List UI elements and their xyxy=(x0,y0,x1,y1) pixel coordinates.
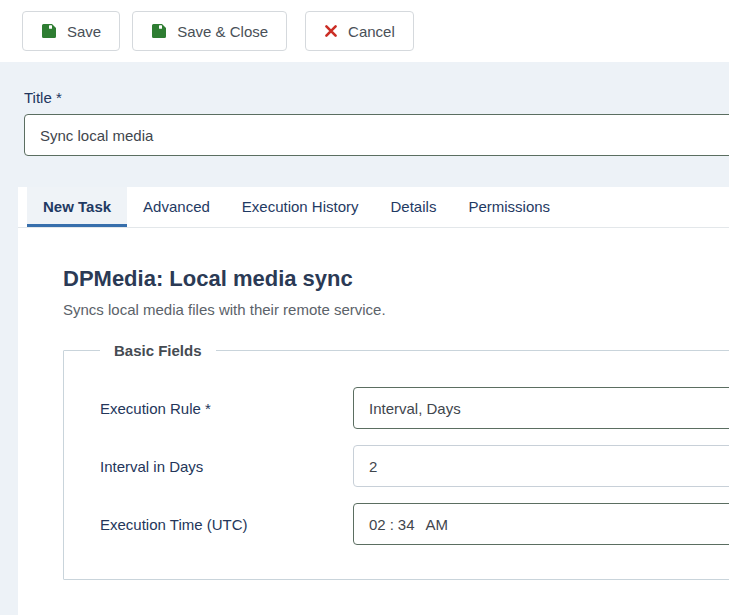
title-section: Title * xyxy=(0,62,729,187)
execution-time-row: Execution Time (UTC) 02 : 34 AM xyxy=(100,503,729,545)
task-description: Syncs local media files with their remot… xyxy=(63,301,729,318)
execution-rule-selected-value: Interval, Days xyxy=(369,400,461,417)
tab-execution-history[interactable]: Execution History xyxy=(226,187,375,227)
tab-advanced[interactable]: Advanced xyxy=(127,187,226,227)
save-button-label: Save xyxy=(67,23,101,40)
interval-days-input[interactable] xyxy=(353,445,729,487)
save-and-close-button[interactable]: Save & Close xyxy=(132,11,287,51)
save-and-close-button-label: Save & Close xyxy=(177,23,268,40)
tab-permissions[interactable]: Permissions xyxy=(452,187,566,227)
title-input[interactable] xyxy=(24,114,729,156)
basic-fields-legend: Basic Fields xyxy=(100,342,216,359)
interval-days-row: Interval in Days xyxy=(100,445,729,487)
floppy-disk-icon xyxy=(41,23,57,39)
execution-rule-row: Execution Rule * Interval, Days xyxy=(100,387,729,429)
cancel-button[interactable]: Cancel xyxy=(305,11,414,51)
execution-time-meridiem[interactable]: AM xyxy=(426,516,449,533)
interval-days-label: Interval in Days xyxy=(100,458,353,475)
execution-time-separator: : xyxy=(390,516,394,533)
execution-rule-label: Execution Rule * xyxy=(100,400,353,417)
tab-new-task[interactable]: New Task xyxy=(27,187,127,227)
tab-bar: New Task Advanced Execution History Deta… xyxy=(18,187,729,228)
save-button[interactable]: Save xyxy=(22,11,120,51)
edit-form-card: New Task Advanced Execution History Deta… xyxy=(18,187,729,615)
tab-content-new-task: DPMedia: Local media sync Syncs local me… xyxy=(18,228,729,580)
cancel-button-label: Cancel xyxy=(348,23,395,40)
toolbar: Save Save & Close Cancel xyxy=(0,0,729,62)
floppy-disk-icon xyxy=(151,23,167,39)
task-heading: DPMedia: Local media sync xyxy=(63,266,729,292)
x-mark-icon xyxy=(324,24,338,38)
tab-details[interactable]: Details xyxy=(375,187,453,227)
execution-time-input[interactable]: 02 : 34 AM xyxy=(353,503,729,545)
execution-time-minute[interactable]: 34 xyxy=(398,516,415,533)
title-label: Title * xyxy=(24,89,729,106)
basic-fields-fieldset: Basic Fields Execution Rule * Interval, … xyxy=(63,342,729,580)
execution-rule-select[interactable]: Interval, Days xyxy=(353,387,729,429)
execution-time-hour[interactable]: 02 xyxy=(369,516,386,533)
execution-time-label: Execution Time (UTC) xyxy=(100,516,353,533)
